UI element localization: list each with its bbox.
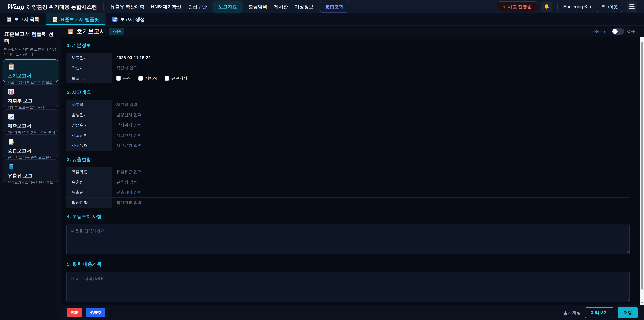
field-label: 유출유종 xyxy=(66,167,112,177)
section-heading-incident-overview: 2. 사고개요 xyxy=(67,89,630,96)
vertical-scrollbar[interactable]: ▲ ▼ xyxy=(640,37,644,305)
nav-item-reports[interactable]: 보고자료 xyxy=(214,1,242,13)
template-sidebar: 표준보고서 템플릿 선택 템플릿을 선택하면 오른쪽에 작성 양식이 표시됩니다… xyxy=(0,26,61,320)
app-title: 해양환경 위기대응 통합시스템 xyxy=(27,4,97,11)
memo-icon xyxy=(8,138,15,145)
top-navbar: Wing 해양환경 위기대응 통합시스템 유출유 확산예측 HNS·대기확산 긴… xyxy=(0,0,644,14)
user-name: Eunjeong Kim xyxy=(563,4,592,10)
template-desc: 전체 사고 대응 종합 보고 문서 xyxy=(8,155,53,160)
nav-item-weather-info[interactable]: 기상정보 xyxy=(295,4,314,10)
template-card-comprehensive-report[interactable]: 종합보고서 전체 사고 대응 종합 보고 문서 xyxy=(3,134,58,157)
save-button[interactable]: 저장 xyxy=(618,307,638,318)
section-heading-future-plan: 5. 향후 대응계획 xyxy=(67,261,630,267)
autosave-toggle[interactable] xyxy=(612,28,624,35)
incident-status-badge: ● 사고 진행중 xyxy=(498,1,537,12)
autosave-label: 자동저장: xyxy=(592,29,609,34)
occurrence-datetime-field[interactable]: 발생일시 입력 xyxy=(112,110,630,120)
spill-form-field[interactable]: 유출형태 입력 xyxy=(112,187,630,197)
template-card-initial-report[interactable]: 초기보고서 사고 발생 직후 초기 상황 보고 xyxy=(3,59,58,82)
tab-label: 보고서 목록 xyxy=(14,16,39,23)
spilled-oil-type-field[interactable]: 유출유종 입력 xyxy=(112,167,630,177)
autosave-state: OFF xyxy=(627,29,635,34)
logout-button[interactable]: 로그아웃 xyxy=(597,2,622,12)
field-label: 사고선박 xyxy=(66,130,112,140)
table-row: 유출형태 유출형태 입력 xyxy=(66,187,630,197)
template-name: 초기보고서 xyxy=(8,73,53,79)
tab-standard-report-template[interactable]: 표준보고서 템플릿 xyxy=(46,14,106,25)
export-pdf-button[interactable]: PDF xyxy=(67,308,82,317)
table-row: 유출유종 유출유종 입력 xyxy=(66,167,630,177)
nav-item-aerial-search[interactable]: 항공탐색 xyxy=(248,4,267,10)
sidebar-title: 표준보고서 템플릿 선택 xyxy=(4,31,58,45)
template-card-command-report[interactable]: 지휘부 보고 지휘부 보고용 요약 문서 xyxy=(3,84,58,107)
scroll-thumb[interactable] xyxy=(641,42,643,290)
field-label: 발생일시 xyxy=(66,110,112,120)
main-nav: 유출유 확산예측 HNS·대기확산 긴급구난 보고자료 항공탐색 게시판 기상정… xyxy=(110,1,348,13)
field-label: 유출형태 xyxy=(66,187,112,197)
nav-divider xyxy=(104,3,104,10)
report-form: 1. 기본정보 보고일시 2026-03-11 15:22 작성자 작성자 입력… xyxy=(61,37,644,305)
field-label: 사고유형 xyxy=(66,140,112,151)
nav-item-board[interactable]: 게시판 xyxy=(274,4,288,10)
table-row: 보고대상 본청 지방청 유관기서 xyxy=(66,73,630,83)
section-heading-spill-status: 3. 유출현황 xyxy=(67,156,630,163)
table-row: 유출량 유출량 입력 xyxy=(66,177,630,187)
report-datetime-field[interactable]: 2026-03-11 15:22 xyxy=(112,53,630,63)
future-plan-textarea[interactable] xyxy=(66,271,630,302)
toggle-knob xyxy=(612,29,618,34)
table-row: 사고유형 사고유형 입력 xyxy=(66,140,630,151)
nav-item-hns-air-diffusion[interactable]: HNS·대기확산 xyxy=(151,4,181,10)
checkbox-icon[interactable] xyxy=(116,76,121,81)
author-field[interactable]: 작성자 입력 xyxy=(112,63,630,73)
template-card-prediction-report[interactable]: 예측보고서 확산예측 결과 및 민감자원 분석 xyxy=(3,109,58,132)
memo-icon xyxy=(52,17,58,22)
nav-item-oil-spill-prediction[interactable]: 유출유 확산예측 xyxy=(110,4,144,10)
template-name: 예측보고서 xyxy=(8,123,53,129)
bar-chart-icon xyxy=(8,88,15,95)
temp-save-button[interactable]: 임시저장 xyxy=(563,310,581,316)
template-card-oil-spill-report[interactable]: 유출유 보고 유류오염사고 대응지원 상황도 xyxy=(3,159,58,182)
incident-dot-icon: ● xyxy=(503,5,505,9)
checkbox-related-agency[interactable]: 유관기서 xyxy=(164,76,187,81)
nav-item-integrated-search[interactable]: 통합조회 xyxy=(320,1,348,13)
incident-type-field[interactable]: 사고유형 입력 xyxy=(112,140,630,151)
checkbox-headquarters[interactable]: 본청 xyxy=(116,76,131,81)
template-desc: 지휘부 보고용 요약 문서 xyxy=(8,105,53,110)
tab-report-list[interactable]: 보고서 목록 xyxy=(0,14,46,25)
incident-name-field[interactable]: 사고명 입력 xyxy=(112,100,630,110)
clipboard-icon xyxy=(67,28,74,35)
table-row: 발생일시 발생일시 입력 xyxy=(66,110,630,120)
field-label: 작성자 xyxy=(66,63,112,73)
field-label: 보고일시 xyxy=(66,53,112,63)
tab-label: 표준보고서 템플릿 xyxy=(60,16,99,23)
checkbox-icon[interactable] xyxy=(164,76,169,81)
incident-vessel-field[interactable]: 사고선박 입력 xyxy=(112,130,630,140)
tab-report-generation[interactable]: 보고서 생성 xyxy=(106,14,152,25)
field-label: 보고대상 xyxy=(66,73,112,83)
notification-button[interactable] xyxy=(541,1,552,12)
template-name: 지휘부 보고 xyxy=(8,98,53,104)
report-title: 초기보고서 xyxy=(77,28,105,35)
checkbox-regional-office[interactable]: 지방청 xyxy=(138,76,157,81)
checkbox-icon[interactable] xyxy=(138,76,143,81)
section-heading-basic-info: 1. 기본정보 xyxy=(67,42,630,49)
nav-item-emergency-rescue[interactable]: 긴급구난 xyxy=(188,4,207,10)
autosave-controls: 자동저장: OFF xyxy=(592,28,635,35)
spill-amount-field[interactable]: 유출량 입력 xyxy=(112,177,630,187)
occurrence-location-field[interactable]: 발생위치 입력 xyxy=(112,120,630,130)
preview-button[interactable]: 미리보기 xyxy=(585,307,613,318)
bell-icon xyxy=(544,4,550,10)
menu-button[interactable] xyxy=(626,1,637,12)
incident-badge-label: 사고 진행중 xyxy=(508,4,532,10)
scroll-up-arrow[interactable]: ▲ xyxy=(640,37,644,42)
export-hwpx-button[interactable]: HWPX xyxy=(86,308,105,317)
scroll-down-arrow[interactable]: ▼ xyxy=(640,301,644,305)
clipboard-icon xyxy=(6,17,12,22)
table-row: 작성자 작성자 입력 xyxy=(66,63,630,73)
sidebar-subtitle: 템플릿을 선택하면 오른쪽에 작성 양식이 표시됩니다. xyxy=(4,47,58,57)
future-plan-textarea-wrap xyxy=(66,271,630,302)
spread-status-field[interactable]: 확산현황 입력 xyxy=(112,197,630,208)
report-editor-panel: 초기보고서 작성중 자동저장: OFF 1. 기본정보 보고일시 2026-03… xyxy=(61,26,644,320)
initial-response-textarea-wrap xyxy=(66,224,630,254)
initial-response-textarea[interactable] xyxy=(66,224,630,254)
